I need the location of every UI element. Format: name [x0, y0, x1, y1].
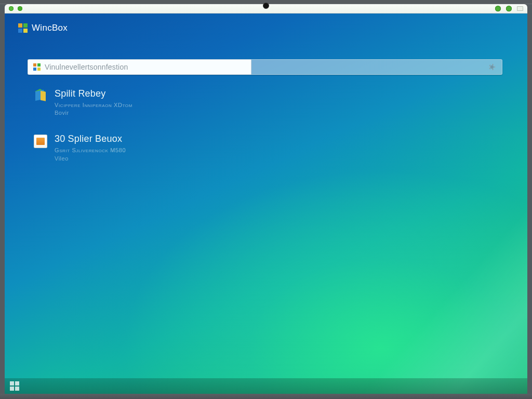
search-bar: [28, 59, 502, 75]
screen: WincBox Spilit Rebey Vicippere Innipe: [5, 4, 527, 394]
result-title: 30 Splier Beuox: [55, 134, 126, 144]
result-meta-2: Vileo: [55, 155, 126, 162]
result-meta-1: Vicippere Inniperaon XDtom: [55, 101, 132, 109]
brand-name: WincBox: [32, 23, 68, 33]
search-input-segment: [28, 59, 251, 75]
gear-icon[interactable]: [488, 63, 496, 71]
brand-logo-icon: [18, 23, 28, 33]
tray-icon-3[interactable]: [517, 6, 523, 11]
brand: WincBox: [18, 23, 68, 33]
search-logo-icon: [33, 63, 41, 71]
results-list: Spilit Rebey Vicippere Inniperaon XDtom …: [34, 88, 496, 162]
start-button-icon[interactable]: [10, 381, 19, 391]
laptop-bezel-bottom: [0, 394, 532, 399]
window-control-2[interactable]: [18, 6, 22, 11]
result-meta-1: Gsrit Sjliverenock M580: [55, 147, 126, 154]
search-input[interactable]: [45, 63, 246, 71]
laptop-bezel-top: [0, 0, 532, 4]
tray-icon-1[interactable]: [495, 6, 501, 11]
result-item[interactable]: 30 Splier Beuox Gsrit Sjliverenock M580 …: [34, 134, 496, 161]
cube-icon: [34, 89, 47, 103]
result-item[interactable]: Spilit Rebey Vicippere Inniperaon XDtom …: [34, 88, 496, 116]
result-title: Spilit Rebey: [55, 88, 132, 99]
search-right-segment: [251, 59, 502, 75]
folder-icon: [34, 135, 47, 148]
window-control-1[interactable]: [9, 6, 14, 11]
desktop: WincBox Spilit Rebey Vicippere Innipe: [5, 14, 527, 394]
taskbar: [5, 378, 527, 394]
tray-icon-2[interactable]: [506, 6, 512, 11]
result-meta-2: Bovir: [55, 110, 132, 116]
camera-dot: [263, 3, 269, 8]
